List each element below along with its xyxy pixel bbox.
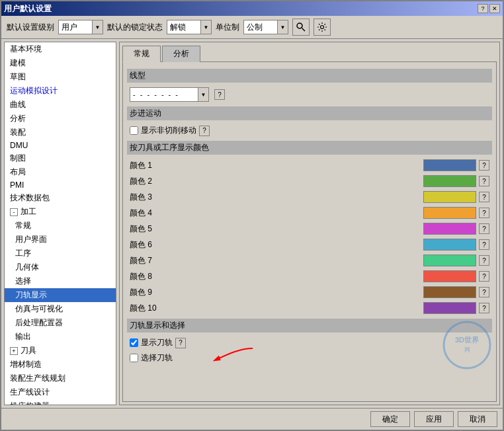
show-toolpath-help[interactable]: ? bbox=[175, 338, 186, 348]
color-9-help[interactable]: ? bbox=[479, 287, 489, 297]
tree-item-生产线设计[interactable]: 生产线设计 bbox=[5, 385, 116, 399]
unit-dropdown-arrow[interactable]: ▼ bbox=[277, 20, 288, 34]
linetype-select[interactable]: - - - - - - - ▼ bbox=[130, 87, 209, 102]
color-3-label: 颜色 3 bbox=[130, 192, 421, 203]
select-toolpath-checkbox[interactable] bbox=[130, 354, 138, 362]
expand-icon-刀具[interactable]: + bbox=[10, 347, 18, 355]
show-toolpath-row: 显示刀轨 ? bbox=[127, 335, 492, 350]
tree-item-工序[interactable]: 工序 bbox=[5, 247, 116, 260]
tree-item-加工[interactable]: -加工 bbox=[5, 205, 116, 219]
tree-item-布局[interactable]: 布局 bbox=[5, 165, 116, 179]
color-5-label: 颜色 5 bbox=[130, 223, 421, 235]
tree-item-装配生产线规划[interactable]: 装配生产线规划 bbox=[5, 372, 116, 385]
color-10-box[interactable] bbox=[423, 302, 476, 314]
linetype-dropdown-arrow[interactable]: ▼ bbox=[198, 88, 208, 101]
color-4-label: 颜色 4 bbox=[130, 208, 421, 219]
color-row-7: 颜色 7 ? bbox=[127, 253, 492, 268]
tree-item-草图[interactable]: 草图 bbox=[5, 70, 116, 84]
tree-item-分析[interactable]: 分析 bbox=[5, 112, 116, 126]
color-10-help[interactable]: ? bbox=[479, 303, 489, 313]
color-4-help[interactable]: ? bbox=[479, 208, 489, 218]
level-dropdown-arrow[interactable]: ▼ bbox=[92, 20, 103, 34]
step-section-header: 步进运动 bbox=[127, 106, 492, 120]
tree-item-刀具[interactable]: +刀具 bbox=[5, 344, 116, 358]
main-window: 用户默认设置 ? ✕ 默认设置级别 用户 ▼ 默认的锁定状态 解锁 ▼ 单位制 … bbox=[0, 0, 504, 431]
search-icon-btn[interactable] bbox=[292, 19, 310, 36]
unit-select[interactable]: 公制 ▼ bbox=[243, 20, 288, 34]
tree-item-刀轨显示[interactable]: 刀轨显示 bbox=[5, 288, 116, 302]
cancel-button[interactable]: 取消 bbox=[458, 411, 497, 427]
right-panel: 常规 分析 线型 - - - - - - - ▼ ? 步进运动 bbox=[119, 42, 500, 405]
color-section-header: 按刀具或工序显示颜色 bbox=[127, 141, 492, 155]
color-8-help[interactable]: ? bbox=[479, 271, 489, 282]
color-9-box[interactable] bbox=[423, 286, 476, 298]
tab-content: 线型 - - - - - - - ▼ ? 步进运动 显示非切削移动 ? bbox=[122, 61, 497, 402]
tree-item-技术数据包[interactable]: 技术数据包 bbox=[5, 191, 116, 205]
tree-item-增材制造[interactable]: 增材制造 bbox=[5, 358, 116, 372]
lock-select[interactable]: 解锁 ▼ bbox=[167, 20, 212, 34]
color-3-box[interactable] bbox=[423, 191, 476, 203]
lock-dropdown-arrow[interactable]: ▼ bbox=[200, 20, 211, 34]
color-4-box[interactable] bbox=[423, 207, 476, 219]
tree-item-制图[interactable]: 制图 bbox=[5, 151, 116, 165]
linetype-help-btn[interactable]: ? bbox=[214, 89, 225, 100]
color-7-help[interactable]: ? bbox=[479, 255, 489, 266]
color-5-box[interactable] bbox=[423, 223, 476, 235]
level-value: 用户 bbox=[59, 22, 92, 33]
main-content: 基本环境 建模 草图 运动模拟设计 曲线 分析 装配 DMU 制图 布局 PMI… bbox=[1, 39, 503, 408]
color-5-help[interactable]: ? bbox=[479, 223, 489, 234]
color-7-box[interactable] bbox=[423, 255, 476, 266]
tree-item-曲线[interactable]: 曲线 bbox=[5, 98, 116, 112]
step-checkbox-label: 显示非切削移动 bbox=[141, 125, 196, 136]
tree-item-基本环境[interactable]: 基本环境 bbox=[5, 42, 116, 56]
tree-item-用户界面[interactable]: 用户界面 bbox=[5, 233, 116, 247]
color-row-3: 颜色 3 ? bbox=[127, 189, 492, 205]
tree-item-装配[interactable]: 装配 bbox=[5, 126, 116, 139]
color-6-help[interactable]: ? bbox=[479, 239, 489, 250]
lock-value: 解锁 bbox=[167, 22, 200, 33]
color-1-help[interactable]: ? bbox=[479, 160, 489, 171]
tree-item-常规[interactable]: 常规 bbox=[5, 219, 116, 233]
color-8-box[interactable] bbox=[423, 270, 476, 282]
tree-item-PMI[interactable]: PMI bbox=[5, 179, 116, 191]
step-checkbox[interactable] bbox=[130, 126, 138, 135]
tree-item-DMU[interactable]: DMU bbox=[5, 139, 116, 151]
apply-button[interactable]: 应用 bbox=[414, 411, 454, 427]
tree-item-输出[interactable]: 输出 bbox=[5, 330, 116, 344]
color-6-box[interactable] bbox=[423, 239, 476, 251]
color-row-10: 颜色 10 ? bbox=[127, 300, 492, 316]
show-toolpath-label: 显示刀轨 bbox=[141, 337, 173, 348]
color-2-help[interactable]: ? bbox=[479, 176, 489, 186]
help-title-btn[interactable]: ? bbox=[478, 4, 488, 13]
color-9-label: 颜色 9 bbox=[130, 287, 421, 298]
red-arrow-annotation bbox=[206, 345, 259, 365]
color-row-6: 颜色 6 ? bbox=[127, 237, 492, 253]
color-row-4: 颜色 4 ? bbox=[127, 205, 492, 221]
close-title-btn[interactable]: ✕ bbox=[489, 4, 500, 13]
color-6-label: 颜色 6 bbox=[130, 239, 421, 251]
tree-item-运动模拟设计[interactable]: 运动模拟设计 bbox=[5, 84, 116, 98]
tree-item-选择[interactable]: 选择 bbox=[5, 274, 116, 288]
settings-icon-btn[interactable] bbox=[314, 19, 331, 36]
color-row-5: 颜色 5 ? bbox=[127, 221, 492, 237]
select-toolpath-row: 选择刀轨 bbox=[127, 350, 492, 366]
color-8-label: 颜色 8 bbox=[130, 271, 421, 282]
color-3-help[interactable]: ? bbox=[479, 192, 489, 202]
step-help-btn[interactable]: ? bbox=[199, 126, 210, 136]
tab-常规[interactable]: 常规 bbox=[122, 46, 161, 62]
color-2-box[interactable] bbox=[423, 175, 476, 187]
color-1-box[interactable] bbox=[423, 159, 476, 171]
left-tree-panel: 基本环境 建模 草图 运动模拟设计 曲线 分析 装配 DMU 制图 布局 PMI… bbox=[4, 42, 116, 405]
color-2-label: 颜色 2 bbox=[130, 176, 421, 187]
tab-分析[interactable]: 分析 bbox=[162, 46, 200, 62]
tree-item-几何体[interactable]: 几何体 bbox=[5, 260, 116, 274]
level-select[interactable]: 用户 ▼ bbox=[58, 20, 103, 34]
tree-item-仿真与可视化[interactable]: 仿真与可视化 bbox=[5, 302, 116, 316]
show-toolpath-checkbox[interactable] bbox=[130, 338, 138, 347]
tree-item-后处理配置器[interactable]: 后处理配置器 bbox=[5, 316, 116, 330]
ok-button[interactable]: 确定 bbox=[370, 411, 410, 427]
tree-item-建模[interactable]: 建模 bbox=[5, 56, 116, 70]
tree-item-机床构建器[interactable]: 机床构建器 bbox=[5, 399, 116, 405]
select-toolpath-label: 选择刀轨 bbox=[141, 352, 173, 364]
expand-icon-加工[interactable]: - bbox=[10, 208, 18, 216]
